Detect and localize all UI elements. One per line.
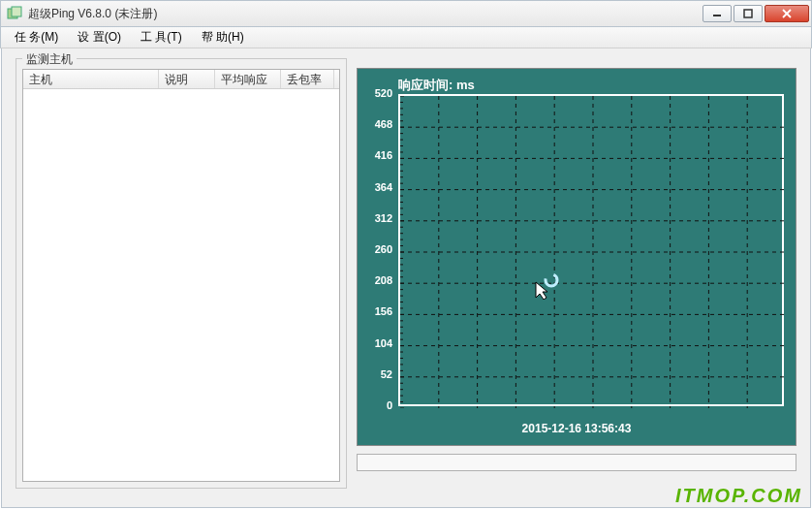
chart-ytick: 52: [358, 368, 392, 380]
chart-ytick: 364: [358, 181, 392, 193]
chart-plot-area: [398, 94, 784, 406]
minimize-button[interactable]: [703, 5, 732, 22]
hosts-header: 主机 说明 平均响应 丢包率: [23, 70, 339, 89]
chart-ytick: 468: [358, 118, 392, 130]
title-bar: 超级Ping V6.8.0 (未注册): [0, 0, 812, 27]
svg-rect-3: [744, 10, 752, 17]
col-loss[interactable]: 丢包率: [281, 70, 334, 88]
maximize-button[interactable]: [734, 5, 763, 22]
chart-ytick: 156: [358, 305, 392, 317]
chart-grid: [400, 96, 786, 408]
hosts-fieldset: 监测主机 主机 说明 平均响应 丢包率: [16, 58, 347, 489]
app-icon: [7, 6, 22, 21]
menu-help[interactable]: 帮 助(H): [192, 27, 254, 48]
chart-xaxis-label: 2015-12-16 13:56:43: [358, 422, 796, 435]
chart-ytick: 260: [358, 243, 392, 255]
col-host[interactable]: 主机: [23, 70, 159, 88]
menu-task[interactable]: 任 务(M): [5, 27, 68, 48]
col-avg[interactable]: 平均响应: [215, 70, 281, 88]
client-area: 监测主机 主机 说明 平均响应 丢包率 响应时间: ms 05210415620…: [1, 48, 811, 508]
chart-ytick: 104: [358, 337, 392, 349]
watermark: ITMOP.COM: [675, 485, 802, 507]
chart-ytick: 520: [358, 87, 392, 99]
hosts-body: [23, 89, 339, 481]
chart-ytick: 0: [358, 399, 392, 411]
svg-rect-1: [12, 7, 21, 16]
menu-tools[interactable]: 工 具(T): [131, 27, 192, 48]
chart-ytick: 416: [358, 149, 392, 161]
menu-settings[interactable]: 设 置(O): [68, 27, 131, 48]
chart-panel: 响应时间: ms 052104156208260312364416468520 …: [357, 68, 796, 446]
col-desc[interactable]: 说明: [159, 70, 215, 88]
chart-status-bar: [357, 454, 796, 471]
chart-title: 响应时间: ms: [398, 77, 475, 94]
chart-ytick: 312: [358, 212, 392, 224]
close-button[interactable]: [765, 5, 809, 22]
menu-bar: 任 务(M) 设 置(O) 工 具(T) 帮 助(H): [0, 27, 812, 48]
hosts-legend: 监测主机: [22, 51, 77, 68]
hosts-listview[interactable]: 主机 说明 平均响应 丢包率: [22, 69, 340, 482]
chart-yaxis: 052104156208260312364416468520: [358, 90, 396, 410]
window-title: 超级Ping V6.8.0 (未注册): [28, 6, 701, 22]
chart-ytick: 208: [358, 274, 392, 286]
